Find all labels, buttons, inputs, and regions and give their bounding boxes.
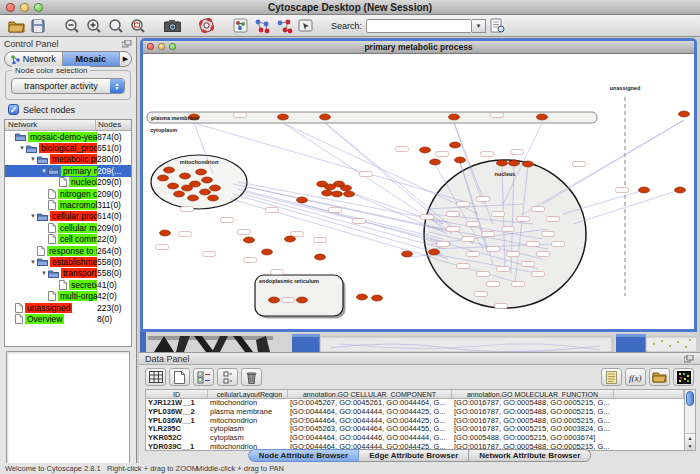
attribute-checklist-icon[interactable] — [193, 368, 214, 386]
tree-row-secretion[interactable]: secretion41(0) — [5, 279, 131, 290]
expander-icon[interactable]: ▼ — [41, 168, 48, 174]
network-node[interactable] — [244, 237, 255, 243]
table-row[interactable]: YPL036W__1mitochondrion[GO:0044464, GO:0… — [146, 417, 684, 426]
network-node[interactable] — [196, 169, 207, 175]
network-close-button[interactable] — [147, 43, 154, 50]
attribute-table[interactable]: ID_cellularLayoutRegionannotation.GO CEL… — [145, 389, 685, 451]
tree-row-mosaic-demo-yeast[interactable]: mosaic-demo-yeast874(0) — [5, 131, 131, 142]
network-node[interactable] — [455, 157, 466, 163]
table-row[interactable]: YLR295Ccytoplasm[GO:0045263, GO:0044464,… — [146, 425, 684, 434]
select-attributes-icon[interactable] — [145, 368, 166, 386]
tab-edge-attribute-browser[interactable]: Edge Attribute Browser — [359, 449, 469, 462]
network-node[interactable] — [420, 147, 431, 153]
network-node[interactable] — [429, 249, 440, 255]
tree-row-transport[interactable]: ▼transport558(0) — [5, 268, 131, 279]
tab-network[interactable]: Network — [5, 52, 63, 66]
tab-mosaic[interactable]: Mosaic — [63, 52, 121, 66]
tree-row-nucleobase-[interactable]: nucleobase-209(0) — [5, 177, 131, 188]
tree-row-biological-process[interactable]: ▼biological_process651(0) — [5, 142, 131, 153]
attribute-batch-icon[interactable] — [217, 368, 238, 386]
tree-row-response-to-stimul[interactable]: response to stimul264(0) — [5, 245, 131, 256]
network-node[interactable] — [322, 190, 333, 196]
network-node[interactable] — [315, 254, 326, 260]
network-node[interactable] — [679, 111, 690, 117]
notes-icon[interactable] — [601, 368, 622, 386]
tree-row-overview[interactable]: Overview8(0) — [5, 313, 131, 324]
plasma-membrane-region[interactable] — [147, 112, 597, 123]
network-node[interactable] — [523, 161, 534, 167]
network-node[interactable] — [344, 191, 355, 197]
tree-row-primary-metabo[interactable]: ▼primary metabo209(... — [5, 165, 131, 176]
zoom-out-icon[interactable] — [61, 16, 83, 35]
expander-icon[interactable]: ▼ — [30, 156, 37, 162]
network-node[interactable] — [402, 251, 413, 257]
layout-graph-icon[interactable] — [251, 16, 273, 35]
search-input[interactable] — [366, 19, 472, 33]
network-node[interactable] — [182, 185, 193, 191]
network-node[interactable] — [269, 297, 280, 303]
close-button[interactable] — [6, 3, 15, 12]
birdseye-view[interactable] — [6, 351, 130, 468]
tree-row-multi-organism-pr[interactable]: multi-organism pr42(0) — [5, 290, 131, 301]
network-zoom-button[interactable] — [169, 43, 176, 50]
network-view-titlebar[interactable]: primary metabolic process — [143, 41, 694, 54]
network-node[interactable] — [210, 185, 221, 191]
minimize-button[interactable] — [20, 3, 29, 12]
network-node[interactable] — [675, 187, 686, 193]
tree-row-establishment-of-lo[interactable]: ▼establishment of lo558(0) — [5, 256, 131, 267]
network-node[interactable] — [168, 183, 179, 189]
layout-graph-alt-icon[interactable] — [273, 16, 295, 35]
help-icon[interactable] — [195, 16, 217, 35]
tree-row-cell-communicat[interactable]: cell communicat22(0) — [5, 234, 131, 245]
table-scrollbar-arrows[interactable]: ▲▼ — [685, 433, 695, 450]
table-column-header[interactable]: ID — [146, 390, 208, 398]
network-node[interactable] — [341, 185, 352, 191]
network-node[interactable] — [200, 189, 211, 195]
network-node[interactable] — [639, 187, 650, 193]
network-node[interactable] — [332, 191, 343, 197]
table-column-header[interactable]: annotation.GO CELLULAR_COMPONENT — [288, 390, 452, 398]
expander-icon[interactable]: ▼ — [30, 259, 37, 265]
data-panel-float-icon[interactable] — [684, 355, 694, 363]
save-session-icon[interactable] — [27, 16, 49, 35]
network-minimize-button[interactable] — [158, 43, 165, 50]
vizmapper-icon[interactable] — [229, 16, 251, 35]
network-node[interactable] — [278, 114, 289, 120]
tree-row-cellular-process[interactable]: ▼cellular process614(0) — [5, 211, 131, 222]
network-node[interactable] — [160, 230, 171, 236]
nucleus-region[interactable] — [424, 160, 586, 308]
network-node[interactable] — [262, 249, 273, 255]
network-node[interactable] — [180, 173, 191, 179]
network-node[interactable] — [164, 167, 175, 173]
function-builder-icon[interactable]: f(x) — [625, 368, 646, 386]
search-dropdown-button[interactable]: ▼ — [472, 19, 486, 33]
table-row[interactable]: YKR052Ccytoplasm[GO:0044464, GO:0044446,… — [146, 434, 684, 443]
network-node[interactable] — [357, 294, 368, 300]
network-node[interactable] — [372, 295, 383, 301]
table-row[interactable]: YPL036W__2plasma membrane[GO:0044464, GO… — [146, 408, 684, 417]
network-node[interactable] — [285, 236, 296, 242]
network-node[interactable] — [430, 159, 441, 165]
annotation-icon[interactable] — [295, 16, 317, 35]
delete-attribute-icon[interactable] — [241, 368, 262, 386]
network-node[interactable] — [297, 197, 308, 203]
network-node[interactable] — [208, 195, 219, 201]
table-row[interactable]: YJR121W__1mitochondrion[GO:0045267, GO:0… — [146, 399, 684, 408]
tree-row-unassigned[interactable]: unassigned223(0) — [5, 302, 131, 313]
tree-row-macromolecule[interactable]: macromolecule311(0) — [5, 199, 131, 210]
import-attributes-icon[interactable] — [649, 368, 670, 386]
table-scrollbar[interactable]: ▲▼ — [685, 389, 696, 451]
network-node[interactable] — [320, 114, 331, 120]
network-node[interactable] — [158, 175, 169, 181]
network-node[interactable] — [497, 160, 508, 166]
zoom-window-button[interactable] — [34, 3, 43, 12]
network-node[interactable] — [202, 177, 213, 183]
tree-row-cellular-metabo[interactable]: cellular metabo209(0) — [5, 222, 131, 233]
zoom-in-icon[interactable] — [83, 16, 105, 35]
tree-row-metabolic-process[interactable]: ▼metabolic process280(0) — [5, 154, 131, 165]
network-node[interactable] — [449, 114, 460, 120]
network-node[interactable] — [297, 297, 308, 303]
select-nodes-checkbox[interactable]: ✓ — [8, 104, 19, 115]
tree-row-nitrogen-compo[interactable]: nitrogen compo209(0) — [5, 188, 131, 199]
network-node[interactable] — [174, 191, 185, 197]
